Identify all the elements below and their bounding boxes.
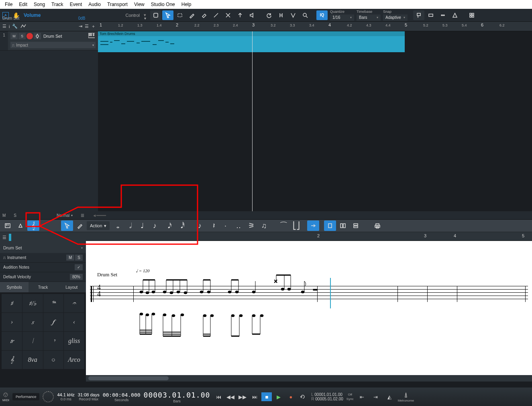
loop-button[interactable] — [298, 392, 308, 401]
audition-toggle[interactable]: ✓ — [75, 264, 83, 270]
part-mute[interactable]: M — [66, 255, 74, 261]
symbol-rest[interactable]: 𝄾 — [43, 332, 64, 350]
score-area[interactable]: Drum Set ♩ = 120 44 — [86, 241, 532, 375]
symbol-arco[interactable]: Arco — [64, 351, 84, 369]
sixteenth-note-icon[interactable]: 𝅘𝅥𝅯 — [162, 220, 174, 231]
mute-tool[interactable] — [222, 10, 234, 20]
add-track-icon[interactable]: ＋ — [91, 23, 96, 29]
list-icon[interactable]: ☰ — [85, 24, 89, 29]
list-icon[interactable]: ☰ — [81, 213, 84, 218]
menu-song[interactable]: Song — [31, 1, 48, 8]
ruler-icon[interactable] — [437, 10, 448, 20]
rewind-button[interactable]: ◀◀ — [225, 392, 236, 401]
tracklist-menu-icon[interactable]: ☰ — [2, 24, 6, 29]
symbol-forte[interactable]: 𝆑 — [43, 313, 64, 331]
click-icon[interactable]: ◭ — [384, 392, 395, 401]
double-dot-icon[interactable]: ‥ — [232, 220, 245, 231]
keyboard-icon[interactable] — [88, 33, 96, 39]
view-mode-combo[interactable]: Normal ▾ — [57, 213, 73, 218]
thirtysecond-note-icon[interactable]: 𝅘𝅥𝅰 — [175, 220, 187, 231]
follow-icon[interactable] — [307, 220, 319, 231]
listen-tool[interactable] — [247, 10, 258, 20]
menu-audio[interactable]: Audio — [85, 1, 104, 8]
tab-track[interactable]: Track — [29, 282, 57, 292]
arranger-icon[interactable] — [425, 10, 436, 20]
symbol-sforzando[interactable]: 𝆍 — [22, 313, 43, 331]
dot-icon[interactable]: · — [220, 220, 232, 231]
timebase-value[interactable]: Bars — [357, 14, 381, 21]
automation-icon[interactable] — [20, 23, 26, 30]
info-icon[interactable]: i — [9, 24, 10, 29]
sync-state[interactable]: Off — [348, 393, 352, 396]
tempo-icon[interactable] — [449, 10, 461, 20]
eighth-note-icon[interactable]: ♪ — [149, 220, 161, 231]
menu-event[interactable]: Event — [67, 1, 86, 8]
erase-tool[interactable] — [198, 10, 210, 20]
chord-icon[interactable]: ⚞ — [245, 220, 257, 231]
zoom-slider[interactable]: ◄━━━━ — [92, 213, 106, 218]
tuplet-icon[interactable]: ♪ — [194, 220, 206, 231]
snap-toggle-icon[interactable] — [150, 10, 161, 20]
velocity-value[interactable]: 80% — [70, 274, 83, 280]
performance-monitor[interactable]: Performance — [12, 393, 40, 400]
piano-view-icon[interactable] — [2, 220, 14, 231]
score-arrow-tool[interactable] — [61, 220, 73, 231]
play-button[interactable]: ▶ — [273, 392, 284, 401]
goto-start-button[interactable]: ⏮ — [213, 392, 224, 401]
symbol-accent[interactable]: › — [2, 313, 22, 331]
score-canvas[interactable]: 2 3 4 5 Drum Set ♩ = 120 — [86, 232, 532, 382]
symbol-gliss[interactable]: gliss — [64, 332, 84, 350]
symbol-slur[interactable]: 𝆮 — [43, 294, 64, 312]
paint-tool[interactable] — [210, 10, 222, 20]
inspector-value[interactable]: 0dB — [78, 16, 86, 20]
global-solo[interactable]: S — [14, 213, 16, 218]
macro-icon[interactable] — [287, 10, 299, 20]
menu-transport[interactable]: Transport — [104, 1, 131, 8]
symbol-sharp[interactable]: ♯ — [2, 294, 22, 312]
symbol-accidental[interactable]: ♯/♭ — [22, 294, 43, 312]
range-tool[interactable] — [174, 10, 185, 20]
record-arm-button[interactable] — [26, 33, 33, 39]
part-selector[interactable]: Drum Set — [0, 243, 86, 253]
menu-file[interactable]: File — [2, 1, 16, 8]
menu-edit[interactable]: Edit — [16, 1, 31, 8]
timeline-ruler[interactable]: 1 1.2 1.3 1.4 2 2.2 2.3 2.4 3 3.2 3.3 3.… — [98, 22, 532, 31]
midi-indicator[interactable]: MIDI — [2, 392, 9, 402]
time-display[interactable]: 00:00:04.000 Seconds — [103, 392, 141, 402]
bend-tool[interactable] — [234, 10, 246, 20]
stop-button[interactable]: ■ — [261, 392, 272, 401]
autopunch-icon[interactable]: ⇥ — [371, 392, 381, 401]
menu-help[interactable]: Help — [178, 1, 195, 8]
half-note-icon[interactable]: 𝅗𝅥 — [123, 220, 135, 231]
symbol-8va[interactable]: 8va — [22, 351, 43, 369]
horizontal-scrollbar[interactable] — [86, 375, 532, 382]
arrange-canvas[interactable]: Tom Brechtlein Drums — [98, 31, 532, 211]
score-ruler[interactable]: 2 3 4 5 — [86, 232, 532, 241]
locator-left[interactable]: 00001.01.01.00 — [311, 392, 343, 397]
scrollbar-thumb[interactable] — [88, 376, 169, 380]
midi-clip[interactable]: Tom Brechtlein Drums — [98, 31, 405, 52]
action-menu[interactable]: Action▾ — [87, 221, 110, 230]
whole-note-icon[interactable]: 𝅝 — [110, 220, 122, 231]
part-solo[interactable]: S — [75, 255, 83, 261]
tab-symbols[interactable]: Symbols — [0, 282, 29, 292]
symbol-clef[interactable]: 𝄞 — [2, 351, 22, 369]
continuous-view-icon[interactable] — [337, 220, 349, 231]
track-name[interactable]: Drum Set — [43, 34, 62, 39]
side-menu-icon[interactable]: ☰ — [2, 235, 6, 240]
menu-studio-one[interactable]: Studio One — [148, 1, 178, 8]
monitor-button[interactable] — [34, 33, 41, 39]
draw-tool[interactable] — [186, 10, 198, 20]
arrow-tool[interactable] — [162, 10, 173, 20]
solo-button[interactable]: S — [18, 33, 26, 39]
locator-right[interactable]: 00005.01.02.00 — [311, 397, 343, 401]
fast-forward-button[interactable]: ▶▶ — [237, 392, 248, 401]
preroll-icon[interactable]: ⇤ — [357, 392, 367, 401]
multitrack-view-icon[interactable] — [350, 220, 362, 231]
wrench-icon[interactable]: 🔧 — [12, 24, 18, 29]
track-row[interactable]: 1 M S Drum Set ⎍ Impact ▾ — [0, 31, 98, 51]
global-mute[interactable]: M — [2, 213, 6, 218]
strip-silence-icon[interactable] — [275, 10, 287, 20]
snap-value[interactable]: Adaptive — [383, 14, 408, 21]
quarter-note-icon[interactable]: ♩ — [136, 220, 148, 231]
